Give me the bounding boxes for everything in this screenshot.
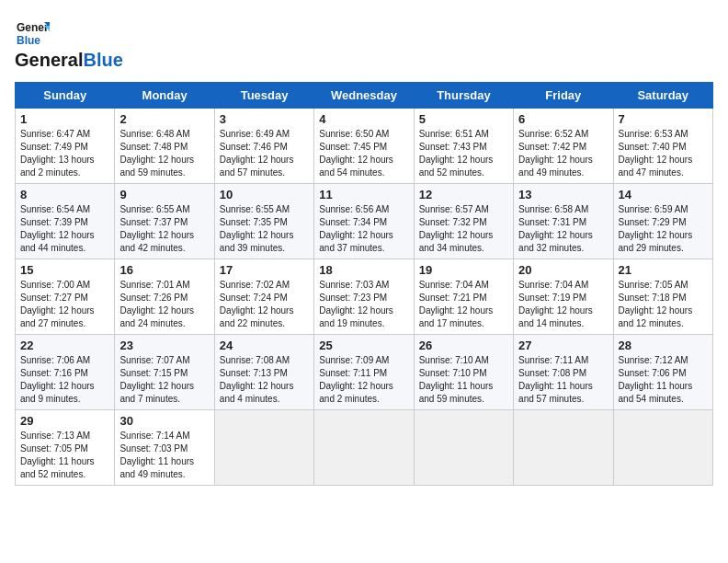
day-number: 27 [518, 339, 608, 352]
day-number: 24 [220, 339, 309, 352]
day-number: 29 [20, 414, 109, 428]
calendar-cell [414, 410, 513, 486]
day-number: 26 [419, 339, 508, 352]
cell-content: Sunrise: 7:07 AMSunset: 7:15 PMDaylight:… [119, 354, 209, 406]
logo-blue: Blue [83, 50, 122, 71]
calendar-cell: 27Sunrise: 7:11 AMSunset: 7:08 PMDayligh… [514, 335, 613, 410]
cell-content: Sunrise: 7:05 AMSunset: 7:18 PMDaylight:… [619, 279, 708, 330]
cell-content: Sunrise: 6:52 AMSunset: 7:42 PMDaylight:… [518, 128, 608, 179]
day-number: 21 [619, 263, 708, 277]
day-number: 10 [220, 188, 309, 201]
cell-content: Sunrise: 6:59 AMSunset: 7:29 PMDaylight:… [619, 203, 708, 255]
calendar-cell: 7Sunrise: 6:53 AMSunset: 7:40 PMDaylight… [613, 109, 712, 184]
day-of-week-header: Monday [115, 83, 214, 109]
calendar-cell [314, 410, 414, 486]
day-number: 11 [319, 188, 408, 201]
calendar-cell: 12Sunrise: 6:57 AMSunset: 7:32 PMDayligh… [414, 184, 513, 259]
calendar-cell: 22Sunrise: 7:06 AMSunset: 7:16 PMDayligh… [16, 335, 115, 410]
cell-content: Sunrise: 7:13 AMSunset: 7:05 PMDaylight:… [20, 430, 109, 481]
calendar-cell: 26Sunrise: 7:10 AMSunset: 7:10 PMDayligh… [414, 335, 513, 410]
calendar-cell: 16Sunrise: 7:01 AMSunset: 7:26 PMDayligh… [115, 259, 214, 335]
day-number: 22 [20, 339, 109, 352]
calendar-week-row: 8Sunrise: 6:54 AMSunset: 7:39 PMDaylight… [16, 184, 713, 259]
cell-content: Sunrise: 6:51 AMSunset: 7:43 PMDaylight:… [419, 128, 508, 179]
logo-icon: General Blue [15, 15, 50, 50]
calendar-cell: 4Sunrise: 6:50 AMSunset: 7:45 PMDaylight… [314, 109, 414, 184]
calendar-cell: 13Sunrise: 6:58 AMSunset: 7:31 PMDayligh… [514, 184, 613, 259]
cell-content: Sunrise: 6:49 AMSunset: 7:46 PMDaylight:… [220, 128, 309, 179]
svg-text:General: General [17, 21, 50, 34]
cell-content: Sunrise: 6:50 AMSunset: 7:45 PMDaylight:… [319, 128, 408, 179]
calendar-week-row: 1Sunrise: 6:47 AMSunset: 7:49 PMDaylight… [16, 109, 713, 184]
day-number: 20 [518, 263, 608, 277]
calendar-cell: 1Sunrise: 6:47 AMSunset: 7:49 PMDaylight… [16, 109, 115, 184]
calendar-cell [613, 410, 712, 486]
calendar-cell: 11Sunrise: 6:56 AMSunset: 7:34 PMDayligh… [314, 184, 414, 259]
day-of-week-header: Sunday [16, 83, 115, 109]
calendar-week-row: 22Sunrise: 7:06 AMSunset: 7:16 PMDayligh… [16, 335, 713, 410]
day-number: 12 [419, 188, 508, 201]
cell-content: Sunrise: 7:00 AMSunset: 7:27 PMDaylight:… [20, 279, 109, 330]
calendar-cell: 6Sunrise: 6:52 AMSunset: 7:42 PMDaylight… [514, 109, 613, 184]
cell-content: Sunrise: 7:06 AMSunset: 7:16 PMDaylight:… [20, 354, 109, 406]
calendar-cell: 17Sunrise: 7:02 AMSunset: 7:24 PMDayligh… [214, 259, 313, 335]
calendar-week-row: 29Sunrise: 7:13 AMSunset: 7:05 PMDayligh… [16, 410, 713, 486]
calendar-cell: 2Sunrise: 6:48 AMSunset: 7:48 PMDaylight… [115, 109, 214, 184]
day-number: 25 [319, 339, 408, 352]
calendar-cell: 30Sunrise: 7:14 AMSunset: 7:03 PMDayligh… [115, 410, 214, 486]
cell-content: Sunrise: 6:56 AMSunset: 7:34 PMDaylight:… [319, 203, 408, 255]
calendar-table: SundayMondayTuesdayWednesdayThursdayFrid… [15, 82, 713, 486]
day-number: 17 [220, 263, 309, 277]
day-number: 16 [119, 263, 209, 277]
calendar-cell: 29Sunrise: 7:13 AMSunset: 7:05 PMDayligh… [16, 410, 115, 486]
day-number: 3 [220, 112, 309, 126]
day-number: 13 [518, 188, 608, 201]
cell-content: Sunrise: 7:12 AMSunset: 7:06 PMDaylight:… [619, 354, 708, 406]
header: General Blue General Blue [15, 15, 713, 71]
cell-content: Sunrise: 7:03 AMSunset: 7:23 PMDaylight:… [319, 279, 408, 330]
cell-content: Sunrise: 7:01 AMSunset: 7:26 PMDaylight:… [119, 279, 209, 330]
calendar-cell: 9Sunrise: 6:55 AMSunset: 7:37 PMDaylight… [115, 184, 214, 259]
calendar-cell: 14Sunrise: 6:59 AMSunset: 7:29 PMDayligh… [613, 184, 712, 259]
day-number: 5 [419, 112, 508, 126]
calendar-body: 1Sunrise: 6:47 AMSunset: 7:49 PMDaylight… [16, 109, 713, 486]
day-number: 19 [419, 263, 508, 277]
logo-general: General [15, 50, 83, 71]
calendar-cell: 18Sunrise: 7:03 AMSunset: 7:23 PMDayligh… [314, 259, 414, 335]
cell-content: Sunrise: 6:47 AMSunset: 7:49 PMDaylight:… [20, 128, 109, 179]
calendar-cell: 20Sunrise: 7:04 AMSunset: 7:19 PMDayligh… [514, 259, 613, 335]
day-number: 2 [119, 112, 209, 126]
day-number: 1 [20, 112, 109, 126]
day-of-week-header: Saturday [613, 83, 712, 109]
calendar-cell: 24Sunrise: 7:08 AMSunset: 7:13 PMDayligh… [214, 335, 313, 410]
day-number: 15 [20, 263, 109, 277]
calendar-cell [514, 410, 613, 486]
day-number: 18 [319, 263, 408, 277]
cell-content: Sunrise: 6:58 AMSunset: 7:31 PMDaylight:… [518, 203, 608, 255]
day-number: 8 [20, 188, 109, 201]
calendar-cell: 21Sunrise: 7:05 AMSunset: 7:18 PMDayligh… [613, 259, 712, 335]
days-of-week-row: SundayMondayTuesdayWednesdayThursdayFrid… [16, 83, 713, 109]
calendar-cell: 5Sunrise: 6:51 AMSunset: 7:43 PMDaylight… [414, 109, 513, 184]
cell-content: Sunrise: 6:55 AMSunset: 7:37 PMDaylight:… [119, 203, 209, 255]
calendar-cell: 28Sunrise: 7:12 AMSunset: 7:06 PMDayligh… [613, 335, 712, 410]
calendar-cell: 25Sunrise: 7:09 AMSunset: 7:11 PMDayligh… [314, 335, 414, 410]
day-of-week-header: Tuesday [214, 83, 313, 109]
calendar-cell: 15Sunrise: 7:00 AMSunset: 7:27 PMDayligh… [16, 259, 115, 335]
day-number: 23 [119, 339, 209, 352]
cell-content: Sunrise: 7:09 AMSunset: 7:11 PMDaylight:… [319, 354, 408, 406]
day-number: 14 [619, 188, 708, 201]
day-number: 4 [319, 112, 408, 126]
cell-content: Sunrise: 7:14 AMSunset: 7:03 PMDaylight:… [119, 430, 209, 481]
cell-content: Sunrise: 6:57 AMSunset: 7:32 PMDaylight:… [419, 203, 508, 255]
cell-content: Sunrise: 6:55 AMSunset: 7:35 PMDaylight:… [220, 203, 309, 255]
day-of-week-header: Wednesday [314, 83, 414, 109]
calendar-cell [214, 410, 313, 486]
cell-content: Sunrise: 7:04 AMSunset: 7:19 PMDaylight:… [518, 279, 608, 330]
day-of-week-header: Friday [514, 83, 613, 109]
cell-content: Sunrise: 6:54 AMSunset: 7:39 PMDaylight:… [20, 203, 109, 255]
calendar-week-row: 15Sunrise: 7:00 AMSunset: 7:27 PMDayligh… [16, 259, 713, 335]
logo: General Blue General Blue [15, 15, 123, 71]
day-of-week-header: Thursday [414, 83, 513, 109]
day-number: 30 [119, 414, 209, 428]
